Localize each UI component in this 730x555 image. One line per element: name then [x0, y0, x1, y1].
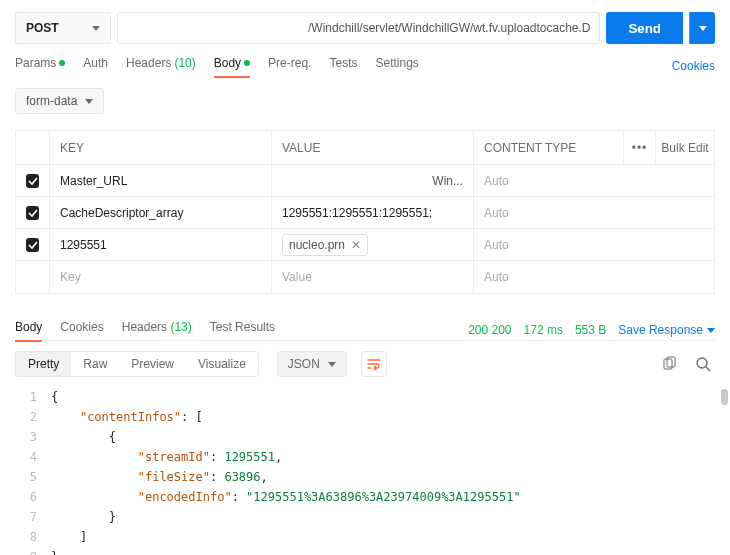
value-cell[interactable]: nucleo.prn✕	[272, 229, 474, 260]
value-cell[interactable]: Win...	[272, 165, 474, 196]
svg-line-3	[706, 367, 710, 371]
chevron-down-icon	[328, 362, 336, 367]
tab-params[interactable]: Params	[15, 56, 65, 76]
send-button[interactable]: Send	[606, 12, 683, 44]
chevron-down-icon	[92, 26, 100, 31]
format-selector[interactable]: JSON	[277, 351, 347, 377]
chevron-down-icon	[699, 26, 707, 31]
value-cell[interactable]: Value	[272, 261, 474, 293]
tab-body[interactable]: Body	[214, 56, 250, 78]
content-type-cell[interactable]: Auto	[474, 229, 714, 260]
bulk-edit-link[interactable]: Bulk Edit	[656, 141, 714, 155]
content-type-cell[interactable]: Auto	[474, 165, 714, 196]
more-columns-button[interactable]: •••	[624, 131, 656, 164]
body-type-selector[interactable]: form-data	[15, 88, 104, 114]
col-content-type: CONTENT TYPE	[474, 141, 623, 155]
row-checkbox-empty	[16, 261, 50, 293]
http-method-label: POST	[26, 21, 59, 35]
key-cell[interactable]: Key	[50, 261, 272, 293]
http-method-selector[interactable]: POST	[15, 12, 111, 44]
file-chip[interactable]: nucleo.prn✕	[282, 234, 368, 256]
row-checkbox[interactable]	[26, 174, 39, 188]
resp-tab-body[interactable]: Body	[15, 320, 42, 342]
view-raw[interactable]: Raw	[71, 352, 119, 376]
response-size: 553 B	[575, 323, 606, 337]
key-cell[interactable]: 1295551	[50, 229, 272, 260]
table-row-new[interactable]: Key Value Auto	[16, 261, 714, 293]
url-input[interactable]: /Windchill/servlet/WindchillGW/wt.fv.upl…	[117, 12, 600, 44]
save-response-link[interactable]: Save Response	[618, 323, 715, 337]
cookies-link[interactable]: Cookies	[672, 59, 715, 73]
tab-auth[interactable]: Auth	[83, 56, 108, 76]
tab-tests[interactable]: Tests	[329, 56, 357, 76]
resp-tab-tests[interactable]: Test Results	[210, 320, 275, 340]
view-preview[interactable]: Preview	[119, 352, 186, 376]
resp-tab-headers[interactable]: Headers (13)	[122, 320, 192, 340]
tab-settings[interactable]: Settings	[375, 56, 418, 76]
table-row[interactable]: 1295551 nucleo.prn✕ Auto	[16, 229, 714, 261]
chevron-down-icon	[85, 99, 93, 104]
svg-point-2	[697, 358, 707, 368]
wrap-icon	[367, 357, 381, 371]
resp-tab-cookies[interactable]: Cookies	[60, 320, 103, 340]
table-row[interactable]: CacheDescriptor_array 1295551:1295551:12…	[16, 197, 714, 229]
view-pretty[interactable]: Pretty	[16, 352, 71, 376]
scrollbar[interactable]	[721, 389, 728, 405]
status-code: 200 200	[468, 323, 511, 337]
chevron-down-icon	[707, 328, 715, 333]
view-visualize[interactable]: Visualize	[186, 352, 258, 376]
tab-prereq[interactable]: Pre-req.	[268, 56, 311, 76]
formdata-table: KEY VALUE CONTENT TYPE ••• Bulk Edit Mas…	[15, 130, 715, 294]
search-button[interactable]	[691, 352, 715, 376]
send-dropdown-button[interactable]	[689, 12, 715, 44]
col-check	[16, 131, 50, 164]
content-type-cell[interactable]: Auto	[474, 197, 714, 228]
response-time: 172 ms	[524, 323, 563, 337]
copy-button[interactable]	[657, 352, 681, 376]
value-cell[interactable]: 1295551:1295551:1295551;	[272, 197, 474, 228]
search-icon	[695, 356, 711, 372]
row-checkbox[interactable]	[26, 238, 39, 252]
col-value: VALUE	[272, 131, 474, 164]
col-key: KEY	[50, 131, 272, 164]
remove-file-icon[interactable]: ✕	[351, 238, 361, 252]
view-mode-segment: Pretty Raw Preview Visualize	[15, 351, 259, 377]
status-dot-icon	[59, 60, 65, 66]
response-body[interactable]: 1{ 2 "contentInfos": [ 3 { 4 "streamId":…	[0, 387, 730, 555]
tab-headers[interactable]: Headers (10)	[126, 56, 196, 76]
format-label: JSON	[288, 357, 320, 371]
wrap-line-button[interactable]	[361, 351, 387, 377]
row-checkbox[interactable]	[26, 206, 39, 220]
status-dot-icon	[244, 60, 250, 66]
copy-icon	[661, 356, 677, 372]
table-row[interactable]: Master_URL Win... Auto	[16, 165, 714, 197]
key-cell[interactable]: Master_URL	[50, 165, 272, 196]
content-type-cell[interactable]: Auto	[474, 261, 714, 293]
body-type-label: form-data	[26, 94, 77, 108]
url-text: /Windchill/servlet/WindchillGW/wt.fv.upl…	[308, 21, 591, 35]
key-cell[interactable]: CacheDescriptor_array	[50, 197, 272, 228]
